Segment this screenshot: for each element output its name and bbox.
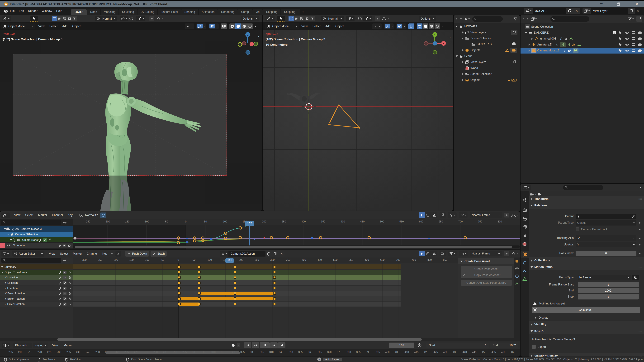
svg-text:Z: Z	[434, 42, 436, 45]
svg-text:X: X	[443, 42, 444, 45]
svg-text:‹: ‹	[450, 35, 451, 39]
svg-text:Z: Z	[247, 33, 248, 36]
svg-text:›: ›	[264, 35, 264, 39]
svg-text:Y: Y	[434, 33, 436, 36]
svg-text:‹: ‹	[258, 34, 259, 38]
